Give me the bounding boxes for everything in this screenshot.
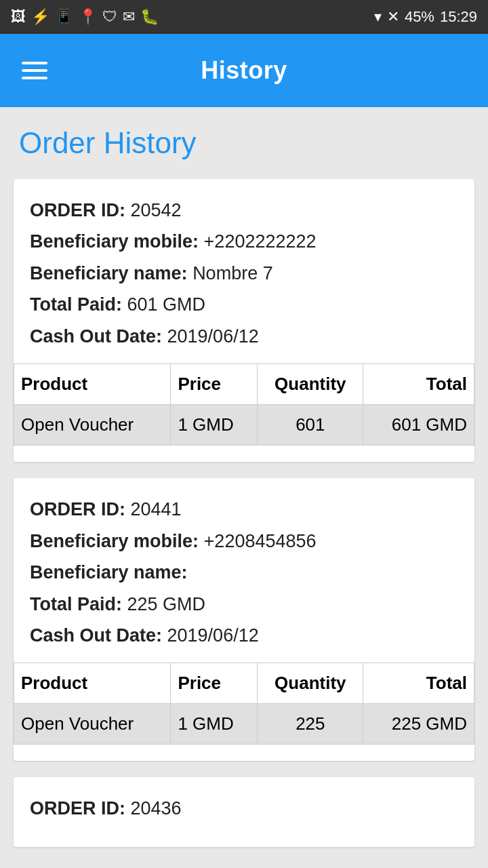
- row1-product-1: Open Voucher: [14, 405, 171, 446]
- table-row: Open Voucher 1 GMD 601 601 GMD: [14, 405, 474, 446]
- name-label-1: Beneficiary name:: [30, 263, 188, 283]
- product-table-wrapper-2: Product Price Quantity Total Open Vouche…: [14, 663, 474, 761]
- date-value-1: 2019/06/12: [167, 326, 259, 347]
- row1-quantity-2: 225: [258, 704, 363, 745]
- table-header-row-1: Product Price Quantity Total: [14, 364, 474, 405]
- col-price-2: Price: [171, 663, 258, 704]
- row1-total-1: 601 GMD: [363, 405, 474, 446]
- order-id-value-3: 20436: [131, 798, 182, 818]
- cash-out-date-2: Cash Out Date: 2019/06/12: [30, 623, 458, 648]
- mobile-label-2: Beneficiary mobile:: [30, 531, 199, 551]
- hamburger-line-3: [22, 77, 47, 79]
- order-id-label-2: ORDER ID:: [30, 499, 125, 519]
- col-quantity-2: Quantity: [258, 663, 363, 704]
- total-paid-2: Total Paid: 225 GMD: [30, 592, 458, 616]
- order-card-1: ORDER ID: 20542 Beneficiary mobile: +220…: [14, 179, 474, 462]
- hamburger-menu-button[interactable]: [16, 56, 53, 85]
- location-icon: 📍: [79, 8, 97, 26]
- row1-total-2: 225 GMD: [363, 704, 474, 745]
- product-table-2: Product Price Quantity Total Open Vouche…: [14, 663, 474, 745]
- order-id-1: ORDER ID: 20542: [30, 198, 458, 222]
- row1-product-2: Open Voucher: [14, 704, 171, 745]
- mobile-value-2: +2208454856: [204, 531, 317, 551]
- col-price-1: Price: [171, 364, 258, 405]
- order-id-label-1: ORDER ID:: [30, 200, 125, 220]
- col-quantity-1: Quantity: [258, 364, 363, 405]
- name-value-1: Nombre 7: [192, 263, 273, 283]
- page-title-bar: History: [53, 56, 435, 85]
- paid-value-1: 601 GMD: [127, 294, 206, 315]
- shield-icon: 🛡: [102, 8, 117, 26]
- date-label-1: Cash Out Date:: [30, 326, 162, 347]
- mobile-label-1: Beneficiary mobile:: [30, 231, 199, 252]
- hamburger-line-2: [22, 69, 47, 72]
- row1-price-2: 1 GMD: [171, 704, 258, 745]
- paid-label-2: Total Paid:: [30, 594, 122, 614]
- product-table-1: Product Price Quantity Total Open Vouche…: [14, 363, 474, 446]
- total-paid-1: Total Paid: 601 GMD: [30, 292, 458, 317]
- top-app-bar: History: [0, 34, 488, 107]
- order-card-2: ORDER ID: 20441 Beneficiary mobile: +220…: [14, 478, 474, 761]
- paid-label-1: Total Paid:: [30, 294, 122, 315]
- col-product-1: Product: [14, 364, 171, 405]
- status-icons-left: 🖼 ⚡ 📱 📍 🛡 ✉ 🐛: [11, 8, 159, 26]
- row1-price-1: 1 GMD: [171, 405, 258, 446]
- table-header-row-2: Product Price Quantity Total: [14, 663, 474, 704]
- product-table-wrapper-1: Product Price Quantity Total Open Vouche…: [14, 363, 474, 462]
- image-icon: 🖼: [11, 8, 26, 26]
- table-row: Open Voucher 1 GMD 225 225 GMD: [14, 704, 474, 745]
- main-content: Order History ORDER ID: 20542 Beneficiar…: [0, 107, 488, 868]
- time-text: 15:29: [440, 8, 477, 26]
- no-signal-icon: ✕: [387, 8, 399, 26]
- battery-text: 45%: [405, 8, 434, 26]
- hamburger-line-1: [22, 62, 47, 64]
- order-id-2: ORDER ID: 20441: [30, 497, 458, 521]
- bug-icon: 🐛: [140, 8, 159, 26]
- row1-quantity-1: 601: [258, 405, 363, 446]
- beneficiary-name-1: Beneficiary name: Nombre 7: [30, 261, 458, 285]
- status-icons-right: ▾ ✕ 45% 15:29: [374, 8, 477, 26]
- order-id-3: ORDER ID: 20436: [30, 796, 458, 821]
- name-label-2: Beneficiary name:: [30, 562, 188, 583]
- beneficiary-mobile-2: Beneficiary mobile: +2208454856: [30, 529, 458, 553]
- mobile-value-1: +2202222222: [204, 231, 317, 252]
- order-card-3: ORDER ID: 20436: [14, 777, 474, 846]
- col-total-2: Total: [363, 663, 474, 704]
- mail-icon: ✉: [123, 8, 135, 26]
- order-id-label-3: ORDER ID:: [30, 798, 125, 818]
- col-product-2: Product: [14, 663, 171, 704]
- app-icon: 📱: [55, 8, 73, 26]
- col-total-1: Total: [363, 364, 474, 405]
- order-history-title: Order History: [14, 126, 474, 160]
- beneficiary-mobile-1: Beneficiary mobile: +2202222222: [30, 229, 458, 254]
- signal-icon: ▾: [374, 8, 382, 26]
- paid-value-2: 225 GMD: [127, 594, 206, 614]
- usb-icon: ⚡: [31, 8, 49, 26]
- order-id-value-2: 20441: [131, 499, 182, 519]
- beneficiary-name-2: Beneficiary name:: [30, 560, 458, 585]
- date-label-2: Cash Out Date:: [30, 625, 162, 646]
- date-value-2: 2019/06/12: [167, 625, 259, 646]
- cash-out-date-1: Cash Out Date: 2019/06/12: [30, 324, 458, 349]
- order-id-value-1: 20542: [131, 200, 182, 220]
- status-bar: 🖼 ⚡ 📱 📍 🛡 ✉ 🐛 ▾ ✕ 45% 15:29: [0, 0, 488, 34]
